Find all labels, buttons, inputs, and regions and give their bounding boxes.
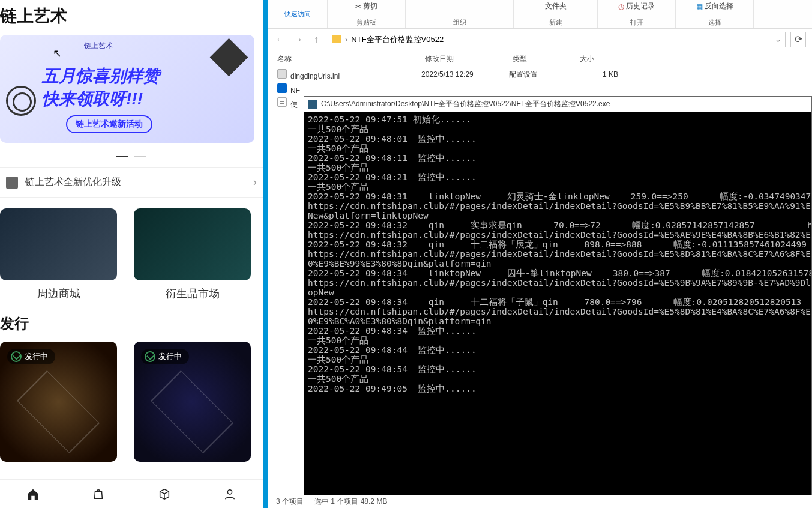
invert-icon: ▦ bbox=[696, 2, 703, 11]
status-selected: 选中 1 个项目 48.2 MB bbox=[314, 497, 387, 507]
category-row: 周边商城 衍生品市场 bbox=[0, 198, 263, 308]
explorer-panel: 快速访问 ✂剪切 剪贴板 组织 文件夹 新建 ◷历史记录 打开 ▦反向选择 bbox=[268, 0, 812, 508]
select-label: 选择 bbox=[683, 18, 746, 28]
console-window[interactable]: C:\Users\Administrator\Desktop\NTF全平台价格监… bbox=[304, 96, 812, 496]
refresh-button[interactable]: ⟳ bbox=[790, 32, 806, 47]
file-ini-icon bbox=[277, 69, 287, 79]
issuing-badge: 发行中 bbox=[141, 349, 189, 364]
column-headers: 名称 修改日期 类型 大小 bbox=[268, 50, 812, 67]
status-bar: 3 个项目 选中 1 个项目 48.2 MB bbox=[268, 495, 812, 508]
badge-label: 发行中 bbox=[158, 351, 182, 362]
badge-label: 发行中 bbox=[25, 351, 48, 362]
back-button[interactable]: ← bbox=[274, 33, 287, 46]
issue-row: 发行中 发行中 bbox=[0, 342, 263, 462]
banner-line2: 快来领取呀!!! bbox=[42, 88, 143, 110]
column-size[interactable]: 大小 bbox=[580, 50, 640, 67]
notice-bar[interactable]: 链上艺术全新优化升级 › bbox=[0, 167, 263, 198]
status-item-count: 3 个项目 bbox=[276, 497, 304, 507]
notice-text: 链上艺术全新优化升级 bbox=[25, 176, 253, 189]
banner-logo: 链上艺术 bbox=[84, 41, 113, 51]
ribbon-group-new: 文件夹 新建 bbox=[514, 0, 598, 28]
clock-icon bbox=[11, 351, 22, 362]
file-row[interactable]: NF bbox=[268, 82, 812, 96]
file-exe-icon bbox=[277, 83, 287, 93]
forward-button[interactable]: → bbox=[292, 33, 305, 46]
file-txt-icon bbox=[277, 97, 287, 107]
ribbon: 快速访问 ✂剪切 剪贴板 组织 文件夹 新建 ◷历史记录 打开 ▦反向选择 bbox=[268, 0, 812, 29]
column-type[interactable]: 类型 bbox=[513, 50, 580, 67]
console-icon bbox=[308, 100, 317, 109]
console-output[interactable]: 2022-05-22 09:47:51 初始化...... 一共500个产品 2… bbox=[304, 112, 811, 396]
category-label: 周边商城 bbox=[0, 286, 117, 301]
target-icon bbox=[6, 86, 36, 116]
ribbon-group-select: ▦反向选择 选择 bbox=[676, 0, 754, 28]
bottom-nav bbox=[0, 479, 263, 508]
chevron-down-icon[interactable]: ⌄ bbox=[775, 35, 781, 44]
console-title-text: C:\Users\Administrator\Desktop\NTF全平台价格监… bbox=[321, 99, 610, 109]
organize-label: 组织 bbox=[413, 18, 506, 28]
section-issue-title: 发行 bbox=[0, 308, 263, 342]
history-icon: ◷ bbox=[618, 2, 624, 11]
carousel-dot[interactable] bbox=[116, 156, 128, 157]
column-name[interactable]: 名称 bbox=[277, 50, 425, 67]
chevron-right-icon: › bbox=[253, 176, 257, 189]
folder-label[interactable]: 文件夹 bbox=[545, 1, 567, 11]
svg-point-0 bbox=[228, 489, 232, 494]
address-bar[interactable]: › NTF全平台价格监控V0522 ⌄ bbox=[328, 32, 786, 47]
mobile-app-panel: ↖ 链上艺术 链上艺术 五月惊喜别样赞 快来领取呀!!! 链上艺术邀新活动 链上… bbox=[0, 0, 263, 508]
user-icon[interactable] bbox=[223, 488, 236, 501]
new-label: 新建 bbox=[521, 18, 590, 28]
cut-button[interactable]: ✂剪切 bbox=[355, 1, 377, 11]
ribbon-group-open: ◷历史记录 打开 bbox=[598, 0, 676, 28]
clipboard-label: 剪贴板 bbox=[335, 18, 398, 28]
column-date[interactable]: 修改日期 bbox=[425, 50, 513, 67]
breadcrumb-sep: › bbox=[345, 35, 347, 44]
issue-card[interactable]: 发行中 bbox=[134, 342, 251, 462]
issuing-badge: 发行中 bbox=[7, 349, 55, 364]
category-image bbox=[134, 208, 251, 280]
history-button[interactable]: ◷历史记录 bbox=[618, 1, 655, 11]
carousel-dots[interactable] bbox=[0, 149, 263, 160]
home-icon[interactable] bbox=[26, 488, 40, 501]
up-button[interactable]: ↑ bbox=[310, 33, 323, 46]
folder-icon bbox=[332, 35, 341, 43]
open-label: 打开 bbox=[605, 18, 668, 28]
promo-banner[interactable]: 链上艺术 五月惊喜别样赞 快来领取呀!!! 链上艺术邀新活动 bbox=[0, 35, 254, 143]
split-divider[interactable] bbox=[263, 0, 268, 508]
bag-icon[interactable] bbox=[92, 488, 105, 501]
address-path: NTF全平台价格监控V0522 bbox=[351, 34, 444, 45]
ribbon-group-organize: 组织 bbox=[406, 0, 514, 28]
clock-icon bbox=[145, 351, 155, 362]
banner-line1: 五月惊喜别样赞 bbox=[42, 65, 160, 88]
box-icon[interactable] bbox=[158, 488, 171, 501]
address-row: ← → ↑ › NTF全平台价格监控V0522 ⌄ ⟳ bbox=[268, 29, 812, 50]
ribbon-group-clipboard: ✂剪切 剪贴板 bbox=[328, 0, 406, 28]
app-title: 链上艺术 bbox=[0, 0, 263, 35]
notice-icon bbox=[6, 177, 18, 189]
file-row[interactable]: dingdingUrls.ini2022/5/13 12:29配置设置1 KB bbox=[268, 67, 812, 82]
banner-cta: 链上艺术邀新活动 bbox=[66, 115, 152, 133]
issue-card[interactable]: 发行中 bbox=[0, 342, 117, 462]
invert-select-button[interactable]: ▦反向选择 bbox=[696, 1, 733, 11]
scissors-icon: ✂ bbox=[355, 2, 361, 11]
console-titlebar[interactable]: C:\Users\Administrator\Desktop\NTF全平台价格监… bbox=[304, 97, 811, 112]
carousel-dot[interactable] bbox=[134, 156, 146, 157]
category-label: 衍生品市场 bbox=[134, 286, 251, 301]
category-peripheral[interactable]: 周边商城 bbox=[0, 208, 117, 301]
quick-access-label[interactable]: 快速访问 bbox=[268, 0, 328, 28]
category-image bbox=[0, 208, 117, 280]
category-derivatives[interactable]: 衍生品市场 bbox=[134, 208, 251, 301]
